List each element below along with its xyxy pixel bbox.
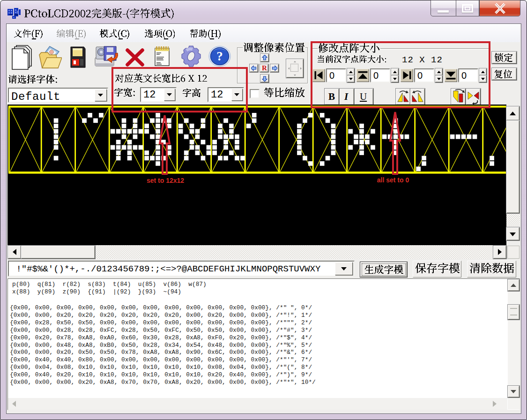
svg-text:?: ?: [216, 49, 223, 63]
